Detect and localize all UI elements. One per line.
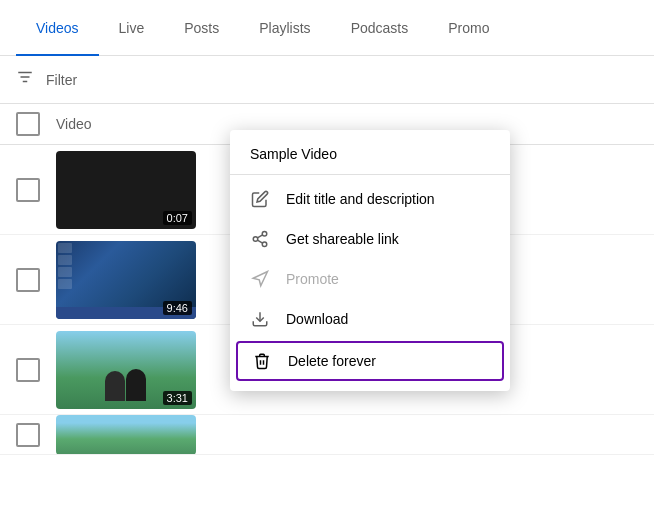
tab-podcasts[interactable]: Podcasts (331, 0, 429, 56)
share-icon (250, 229, 270, 249)
filter-bar: Filter (0, 56, 654, 104)
trash-icon (252, 351, 272, 371)
duration-badge: 0:07 (163, 211, 192, 225)
row-checkbox[interactable] (16, 268, 40, 292)
tab-promo[interactable]: Promo (428, 0, 509, 56)
megaphone-icon (250, 269, 270, 289)
video-thumbnail: 9:46 (56, 241, 196, 319)
menu-item-download[interactable]: Download (230, 299, 510, 339)
context-menu: Sample Video Edit title and description … (230, 130, 510, 391)
svg-line-7 (257, 235, 262, 238)
download-icon (250, 309, 270, 329)
select-all-checkbox[interactable] (16, 112, 40, 136)
tab-posts[interactable]: Posts (164, 0, 239, 56)
tab-videos[interactable]: Videos (16, 0, 99, 56)
menu-item-share[interactable]: Get shareable link (230, 219, 510, 259)
filter-label: Filter (46, 72, 77, 88)
table-row (0, 415, 654, 455)
context-menu-title: Sample Video (230, 138, 510, 175)
menu-item-edit[interactable]: Edit title and description (230, 179, 510, 219)
tab-live[interactable]: Live (99, 0, 165, 56)
video-thumbnail: 3:31 (56, 331, 196, 409)
video-column-header: Video (56, 116, 92, 132)
duration-badge: 9:46 (163, 301, 192, 315)
video-thumbnail: 0:07 (56, 151, 196, 229)
nav-tabs: Videos Live Posts Playlists Podcasts Pro… (0, 0, 654, 56)
row-checkbox[interactable] (16, 178, 40, 202)
menu-item-delete[interactable]: Delete forever (236, 341, 504, 381)
pencil-icon (250, 189, 270, 209)
svg-line-6 (257, 240, 262, 243)
tab-playlists[interactable]: Playlists (239, 0, 330, 56)
menu-item-promote: Promote (230, 259, 510, 299)
row-checkbox[interactable] (16, 423, 40, 447)
svg-point-4 (253, 237, 258, 242)
svg-point-3 (262, 232, 267, 237)
filter-icon[interactable] (16, 68, 34, 91)
video-thumbnail (56, 415, 196, 455)
svg-point-5 (262, 242, 267, 247)
duration-badge: 3:31 (163, 391, 192, 405)
row-checkbox[interactable] (16, 358, 40, 382)
